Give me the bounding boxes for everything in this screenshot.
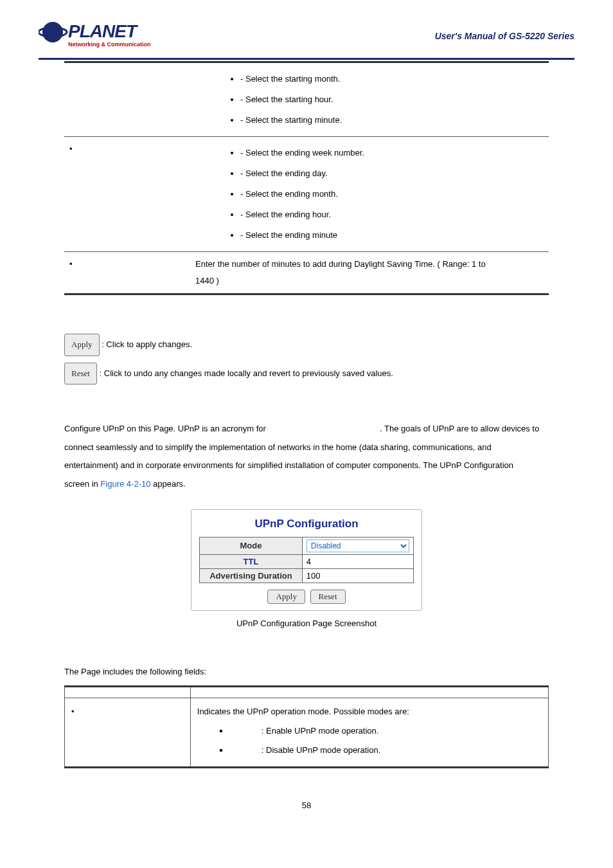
upnp-mode-select[interactable]: Disabled [306,539,409,552]
planet-logo-icon: PLANET Networking & Communication [39,19,173,53]
svg-point-0 [42,22,63,42]
upnp-fields-table: • Indicates the UPnP operation mode. Pos… [64,685,549,768]
upnp-para-c: connect seamlessly and to simplify the i… [64,442,492,452]
header-divider [39,58,574,60]
page-number: 58 [39,800,574,810]
row-start-time-desc: - Select the starting month. - Select th… [190,62,549,137]
upnp-reset-button[interactable]: Reset [310,590,346,604]
upnp-panel-title: UPnP Configuration [199,518,414,530]
row-offset-desc: Enter the number of minutes to add durin… [190,252,549,294]
page-header: PLANET Networking & Communication User's… [39,19,574,58]
logo: PLANET Networking & Communication [39,19,173,53]
upnp-para-e: screen in [64,479,100,489]
bullet-item: - Select the ending minute [240,227,544,244]
svg-text:Networking & Communication: Networking & Communication [68,41,151,48]
buttons-section: Apply : Click to apply changes. Reset : … [64,334,549,384]
reset-button[interactable]: Reset [64,363,97,385]
object-header [65,686,191,698]
bullet-item: - Select the starting minute. [240,112,544,129]
bullet-item: - Select the starting month. [240,71,544,87]
row-start-time-label [64,62,190,137]
upnp-adv-label: Advertising Duration [200,568,303,583]
mode-disabled-item: : Disable UPnP mode operation. [229,742,542,759]
bullet-item: - Select the ending day. [240,165,544,182]
upnp-config-panel: UPnP Configuration Mode Disabled TTL [191,509,422,611]
bullet-item: - Select the ending week number. [240,145,544,161]
upnp-ttl-label: TTL [200,554,303,568]
mode-desc-cell: Indicates the UPnP operation mode. Possi… [190,698,548,767]
mode-enabled-item: : Enable UPnP mode operation. [229,723,542,739]
bullet-item: - Select the ending hour. [240,206,544,223]
row-end-time-desc: - Select the ending week number. - Selec… [190,137,549,252]
row-end-time-label: • [64,137,190,252]
apply-button[interactable]: Apply [64,334,100,356]
upnp-apply-button[interactable]: Apply [267,590,305,604]
apply-desc: : Click to apply changes. [102,339,192,349]
upnp-adv-cell [302,568,413,583]
mode-object-cell: • [65,698,191,767]
description-header [190,686,548,698]
upnp-para-b: . The goals of UPnP are to allow devices… [380,424,539,433]
upnp-section-body: Configure UPnP on this Page. UPnP is an … [64,420,549,493]
figure-caption: UPnP Configuration Page Screenshot [64,619,549,628]
offset-text-b: 1440 ) [195,273,544,289]
upnp-config-table: Mode Disabled TTL Advertising Duration [199,537,414,583]
upnp-ttl-cell [302,554,413,568]
fields-intro: The Page includes the following fields: [64,667,549,676]
upnp-para-f: appears. [150,479,185,489]
upnp-adv-input[interactable] [306,571,409,581]
upnp-para-d: entertainment) and in corporate environm… [64,460,513,470]
row-offset-label: • [64,252,190,294]
svg-text:PLANET: PLANET [68,21,139,41]
daylight-savings-table: - Select the starting month. - Select th… [64,61,549,295]
upnp-ttl-input[interactable] [306,557,409,566]
upnp-para-a: Configure UPnP on this Page. UPnP is an … [64,424,268,433]
mode-desc-text: Indicates the UPnP operation mode. Possi… [197,703,542,720]
manual-title: User's Manual of GS-5220 Series [435,31,574,41]
bullet-item: - Select the ending month. [240,186,544,203]
bullet-item: - Select the starting hour. [240,91,544,108]
offset-text-a: Enter the number of minutes to add durin… [195,256,544,273]
upnp-mode-label: Mode [200,537,303,554]
upnp-mode-cell: Disabled [302,537,413,554]
reset-desc: : Click to undo any changes made locally… [100,368,393,377]
figure-ref-link[interactable]: Figure 4-2-10 [100,479,150,489]
